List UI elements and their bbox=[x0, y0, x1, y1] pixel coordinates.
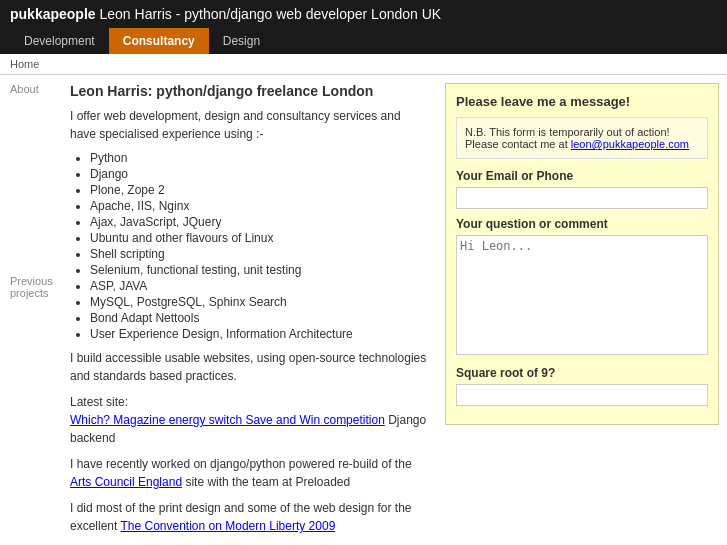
project1-link[interactable]: Which? Magazine energy switch Save and W… bbox=[70, 413, 385, 427]
para2: I build accessible usable websites, usin… bbox=[70, 349, 427, 385]
page-title: Leon Harris: python/django freelance Lon… bbox=[70, 83, 427, 99]
para4: I did most of the print design and some … bbox=[70, 499, 427, 535]
main-nav: Development Consultancy Design bbox=[0, 28, 727, 54]
captcha-input[interactable] bbox=[456, 384, 708, 406]
main-content: Leon Harris: python/django freelance Lon… bbox=[60, 75, 437, 545]
notice-line2: Please contact me at leon@pukkapeople.co… bbox=[465, 138, 699, 150]
comment-textarea[interactable] bbox=[456, 235, 708, 355]
email-label: Your Email or Phone bbox=[456, 169, 708, 183]
list-item: Ajax, JavaScript, JQuery bbox=[90, 215, 427, 229]
list-item: Bond Adapt Nettools bbox=[90, 311, 427, 325]
about-label: About bbox=[10, 83, 50, 95]
list-item: Plone, Zope 2 bbox=[90, 183, 427, 197]
convention-link[interactable]: The Convention on Modern Liberty 2009 bbox=[121, 519, 336, 533]
form-title: Please leave me a message! bbox=[456, 94, 708, 109]
para3: I have recently worked on django/python … bbox=[70, 455, 427, 491]
captcha-label: Square root of 9? bbox=[456, 366, 708, 380]
breadcrumb: Home bbox=[0, 54, 727, 75]
list-item: Shell scripting bbox=[90, 247, 427, 261]
list-item: Django bbox=[90, 167, 427, 181]
email-link[interactable]: leon@pukkapeople.com bbox=[571, 138, 689, 150]
list-item: MySQL, PostgreSQL, Sphinx Search bbox=[90, 295, 427, 309]
sidebar: About Previous projects bbox=[0, 75, 60, 545]
email-input[interactable] bbox=[456, 187, 708, 209]
list-item: Ubuntu and other flavours of Linux bbox=[90, 231, 427, 245]
list-item: ASP, JAVA bbox=[90, 279, 427, 293]
breadcrumb-home[interactable]: Home bbox=[10, 58, 39, 70]
projects-label: Previous projects bbox=[10, 275, 50, 299]
projects-intro: Latest site: Which? Magazine energy swit… bbox=[70, 393, 427, 447]
nav-item-consultancy[interactable]: Consultancy bbox=[109, 28, 209, 54]
brand-name: pukkapeople bbox=[10, 6, 96, 22]
right-panel: Please leave me a message! N.B. This for… bbox=[437, 75, 727, 545]
notice-line1: N.B. This form is temporarily out of act… bbox=[465, 126, 699, 138]
list-item: Python bbox=[90, 151, 427, 165]
header-tagline: Leon Harris - python/django web develope… bbox=[99, 6, 441, 22]
contact-form-box: Please leave me a message! N.B. This for… bbox=[445, 83, 719, 425]
skills-list: Python Django Plone, Zope 2 Apache, IIS,… bbox=[90, 151, 427, 341]
site-title: pukkapeople Leon Harris - python/django … bbox=[10, 6, 441, 22]
notice-box: N.B. This form is temporarily out of act… bbox=[456, 117, 708, 159]
arts-council-link[interactable]: Arts Council England bbox=[70, 475, 182, 489]
nav-item-development[interactable]: Development bbox=[10, 28, 109, 54]
list-item: User Experience Design, Information Arch… bbox=[90, 327, 427, 341]
comment-label: Your question or comment bbox=[456, 217, 708, 231]
intro-text: I offer web development, design and cons… bbox=[70, 107, 427, 143]
list-item: Apache, IIS, Nginx bbox=[90, 199, 427, 213]
nav-item-design[interactable]: Design bbox=[209, 28, 274, 54]
list-item: Selenium, functional testing, unit testi… bbox=[90, 263, 427, 277]
